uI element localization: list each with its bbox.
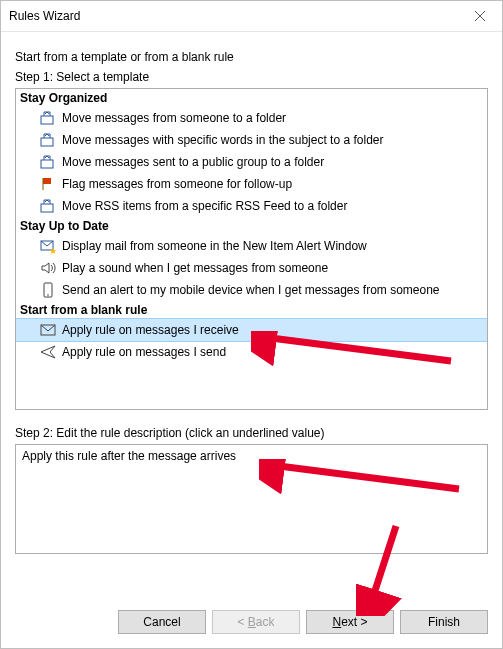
mobile-icon	[40, 282, 56, 298]
rules-wizard-dialog: Rules Wizard Start from a template or fr…	[0, 0, 503, 649]
step1-label: Step 1: Select a template	[15, 70, 488, 84]
finish-label: Finish	[428, 615, 460, 629]
titlebar: Rules Wizard	[1, 1, 502, 32]
template-item-label: Move RSS items from a specific RSS Feed …	[62, 199, 347, 213]
send-icon	[40, 344, 56, 360]
template-item[interactable]: Display mail from someone in the New Ite…	[16, 235, 487, 257]
template-item-label: Display mail from someone in the New Ite…	[62, 239, 367, 253]
back-label: < Back	[237, 615, 274, 629]
svg-rect-3	[41, 138, 53, 146]
svg-marker-9	[50, 248, 56, 254]
template-item[interactable]: Play a sound when I get messages from so…	[16, 257, 487, 279]
flag-icon	[40, 176, 56, 192]
envelope-icon	[40, 322, 56, 338]
intro-text: Start from a template or from a blank ru…	[15, 50, 488, 64]
category-header: Start from a blank rule	[16, 301, 487, 319]
svg-rect-2	[41, 116, 53, 124]
move-folder-icon	[40, 132, 56, 148]
rule-description-text: Apply this rule after the message arrive…	[22, 449, 236, 463]
close-icon	[475, 11, 485, 21]
template-item[interactable]: Move RSS items from a specific RSS Feed …	[16, 195, 487, 217]
category-header: Stay Up to Date	[16, 217, 487, 235]
template-item[interactable]: Move messages from someone to a folder	[16, 107, 487, 129]
sound-icon	[40, 260, 56, 276]
cancel-label: Cancel	[143, 615, 180, 629]
template-item-label: Move messages with specific words in the…	[62, 133, 383, 147]
button-row: Cancel < Back Next > Finish	[118, 610, 488, 634]
rule-description-box[interactable]: Apply this rule after the message arrive…	[15, 444, 488, 554]
next-label: Next >	[332, 615, 367, 629]
template-item-label: Apply rule on messages I send	[62, 345, 226, 359]
template-item[interactable]: Move messages sent to a public group to …	[16, 151, 487, 173]
finish-button[interactable]: Finish	[400, 610, 488, 634]
dialog-content: Start from a template or from a blank ru…	[1, 32, 502, 554]
template-listbox[interactable]: Stay OrganizedMove messages from someone…	[15, 88, 488, 410]
back-button: < Back	[212, 610, 300, 634]
svg-marker-10	[42, 263, 49, 273]
next-button[interactable]: Next >	[306, 610, 394, 634]
template-item[interactable]: Move messages with specific words in the…	[16, 129, 487, 151]
svg-point-12	[47, 294, 49, 296]
category-header: Stay Organized	[16, 89, 487, 107]
template-item[interactable]: Apply rule on messages I send	[16, 341, 487, 363]
svg-rect-5	[43, 178, 51, 184]
template-item[interactable]: Apply rule on messages I receive	[16, 319, 487, 341]
template-item-label: Play a sound when I get messages from so…	[62, 261, 328, 275]
cancel-button[interactable]: Cancel	[118, 610, 206, 634]
step2-label: Step 2: Edit the rule description (click…	[15, 426, 488, 440]
template-item-label: Send an alert to my mobile device when I…	[62, 283, 440, 297]
close-button[interactable]	[457, 1, 502, 31]
svg-marker-14	[41, 346, 55, 358]
move-folder-icon	[40, 154, 56, 170]
move-folder-icon	[40, 198, 56, 214]
template-item-label: Move messages sent to a public group to …	[62, 155, 324, 169]
template-item[interactable]: Send an alert to my mobile device when I…	[16, 279, 487, 301]
svg-rect-4	[41, 160, 53, 168]
window-title: Rules Wizard	[9, 9, 457, 23]
template-item-label: Move messages from someone to a folder	[62, 111, 286, 125]
mail-star-icon	[40, 238, 56, 254]
move-folder-icon	[40, 110, 56, 126]
svg-rect-7	[41, 204, 53, 212]
template-item-label: Apply rule on messages I receive	[62, 323, 239, 337]
template-item-label: Flag messages from someone for follow-up	[62, 177, 292, 191]
template-item[interactable]: Flag messages from someone for follow-up	[16, 173, 487, 195]
